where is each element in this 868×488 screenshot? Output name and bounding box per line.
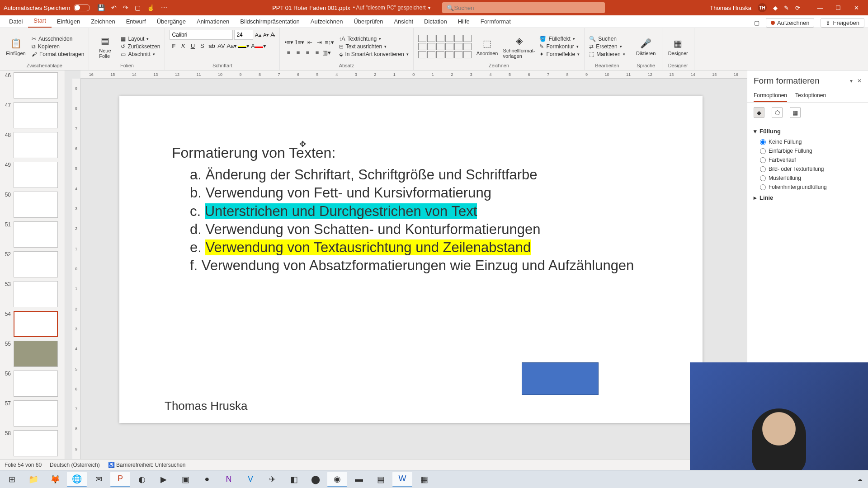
fill-gradient-radio[interactable]: Farbverlauf: [754, 155, 862, 164]
app-icon[interactable]: ▦: [414, 472, 434, 487]
outline-button[interactable]: ✎Formkontur▾: [539, 43, 580, 50]
slide-counter[interactable]: Folie 54 von 60: [5, 462, 42, 468]
indent-dec-button[interactable]: ⇤: [306, 39, 314, 46]
tab-aufzeichnen[interactable]: Aufzeichnen: [305, 16, 349, 28]
tab-form-options[interactable]: Formoptionen: [754, 89, 787, 102]
section-button[interactable]: ▭Abschnitt▾: [121, 51, 160, 57]
tab-uebergaenge[interactable]: Übergänge: [151, 16, 191, 28]
slide-thumbnail[interactable]: [14, 132, 58, 158]
line-section-header[interactable]: ▸Linie: [754, 194, 862, 201]
telegram-icon[interactable]: ✈: [262, 472, 282, 487]
tab-zeichnen[interactable]: Zeichnen: [85, 16, 120, 28]
word-icon[interactable]: W: [392, 472, 412, 487]
slide-thumbnail[interactable]: [14, 400, 58, 427]
tab-formformat[interactable]: Formformat: [475, 16, 516, 28]
tab-einfuegen[interactable]: Einfügen: [52, 16, 85, 28]
app-icon[interactable]: ◐: [132, 472, 152, 487]
list-item[interactable]: a. Änderung der Schriftart, Schriftgröße…: [190, 166, 666, 184]
slide-thumbnail[interactable]: [14, 72, 58, 99]
slide-thumbnail[interactable]: [14, 251, 58, 277]
justify-button[interactable]: ≡: [313, 49, 321, 56]
tab-entwurf[interactable]: Entwurf: [121, 16, 151, 28]
tab-ansicht[interactable]: Ansicht: [388, 16, 419, 28]
autosave-toggle[interactable]: [74, 4, 90, 11]
app-icon[interactable]: ◉: [327, 472, 347, 487]
maximize-button[interactable]: ☐: [830, 5, 846, 11]
slide-edit-area[interactable]: 1615141312111098765432101234567891011121…: [65, 70, 747, 459]
font-color-button[interactable]: A▾: [251, 42, 266, 49]
accessibility-check[interactable]: ♿ Barrierefreiheit: Untersuchen: [108, 462, 186, 468]
shadow-button[interactable]: S: [198, 42, 206, 49]
text-direction-button[interactable]: ↕ATextrichtung▾: [339, 36, 409, 42]
slide-canvas[interactable]: ✥ Formatierung von Texten: a. Änderung d…: [119, 96, 703, 423]
bold-button[interactable]: F: [170, 42, 178, 49]
increase-font-icon[interactable]: A▴: [255, 32, 262, 38]
quick-styles-button[interactable]: ◈Schnellformat- vorlagen: [503, 34, 535, 59]
format-painter-button[interactable]: 🖌Format übertragen: [32, 51, 84, 57]
rectangle-shape[interactable]: [522, 362, 599, 395]
app-icon[interactable]: ▤: [371, 472, 391, 487]
sync-icon[interactable]: ⟳: [795, 5, 800, 11]
firefox-icon[interactable]: 🦊: [45, 472, 65, 487]
font-name-combo[interactable]: [170, 30, 233, 40]
record-button[interactable]: Aufzeichnen: [766, 18, 815, 28]
italic-button[interactable]: K: [179, 42, 187, 49]
reset-button[interactable]: ↺Zurücksetzen: [121, 43, 160, 50]
indent-inc-button[interactable]: ⇥: [315, 39, 323, 46]
columns-button[interactable]: ▥▾: [322, 49, 331, 56]
bullets-button[interactable]: •≡▾: [284, 39, 293, 46]
share-button[interactable]: ⇪Freigeben: [821, 18, 864, 28]
diamond-icon[interactable]: ◆: [773, 5, 778, 11]
align-right-button[interactable]: ≡: [303, 49, 311, 56]
qat-more-icon[interactable]: ⋯: [161, 4, 167, 11]
slide-thumbnail[interactable]: [14, 430, 58, 456]
slide-thumbnail[interactable]: [14, 341, 58, 367]
ribbon-collapse-icon[interactable]: ▢: [754, 19, 760, 26]
save-icon[interactable]: 💾: [97, 4, 105, 11]
slideshow-icon[interactable]: ▢: [135, 4, 141, 11]
user-avatar[interactable]: TH: [758, 3, 767, 12]
clear-format-icon[interactable]: A̶: [270, 31, 275, 38]
list-item[interactable]: c. Unterstrichen und Durchgestrichen von…: [190, 202, 666, 221]
fill-slidebg-radio[interactable]: Folienhintergrundfüllung: [754, 183, 862, 192]
outlook-icon[interactable]: ✉: [89, 472, 108, 487]
cut-button[interactable]: ✂Ausschneiden: [32, 36, 84, 42]
arrange-button[interactable]: ⬚Anordnen: [476, 37, 499, 56]
text-align-button[interactable]: ⊟Text ausrichten▾: [339, 43, 409, 50]
line-spacing-button[interactable]: ≡↕▾: [325, 39, 334, 46]
fill-pattern-radio[interactable]: Musterfüllung: [754, 174, 862, 183]
vscode-icon[interactable]: V: [241, 472, 260, 487]
layout-button[interactable]: ▦Layout▾: [121, 36, 160, 42]
app-icon[interactable]: ◧: [284, 472, 304, 487]
font-size-combo[interactable]: [234, 30, 253, 40]
tab-text-options[interactable]: Textoptionen: [795, 89, 826, 102]
new-slide-button[interactable]: ▤Neue Folie: [94, 34, 116, 59]
replace-button[interactable]: ⇄Ersetzen▾: [589, 43, 625, 50]
touch-icon[interactable]: ☝: [147, 4, 155, 11]
close-button[interactable]: ✕: [848, 5, 864, 11]
slide-thumbnail-panel[interactable]: 4647484950515253545556575859: [0, 70, 65, 459]
paste-button[interactable]: 📋Einfügen: [5, 37, 27, 56]
find-button[interactable]: 🔍Suchen: [589, 36, 625, 42]
fill-line-icon[interactable]: ◆: [754, 107, 764, 118]
list-item[interactable]: b. Verwendung von Fett- und Kursivformat…: [190, 184, 666, 202]
author-text[interactable]: Thomas Hruska: [165, 399, 248, 413]
vlc-icon[interactable]: ▶: [154, 472, 174, 487]
highlight-button[interactable]: ▾: [238, 42, 250, 49]
slide-thumbnail[interactable]: [14, 281, 58, 307]
slide-thumbnail[interactable]: [14, 221, 58, 248]
fill-picture-radio[interactable]: Bild- oder Texturfüllung: [754, 164, 862, 174]
title-dropdown-icon[interactable]: ▾: [428, 5, 430, 10]
pen-icon[interactable]: ✎: [784, 5, 789, 11]
pane-options-icon[interactable]: ▾: [850, 78, 853, 84]
list-item[interactable]: f. Verwendung von Absatzformatierungen w…: [190, 257, 666, 275]
tab-datei[interactable]: Datei: [4, 16, 28, 28]
list-item[interactable]: e. Verwendung von Textausrichtung und Ze…: [190, 239, 666, 257]
shapes-gallery[interactable]: [418, 35, 472, 58]
tab-dictation[interactable]: Dictation: [419, 16, 453, 28]
minimize-button[interactable]: —: [812, 5, 828, 11]
slide-title[interactable]: Formatierung von Texten:: [172, 145, 666, 161]
search-input[interactable]: [454, 5, 600, 11]
weather-icon[interactable]: ☁: [857, 476, 863, 483]
numbering-button[interactable]: 1≡▾: [295, 39, 305, 46]
